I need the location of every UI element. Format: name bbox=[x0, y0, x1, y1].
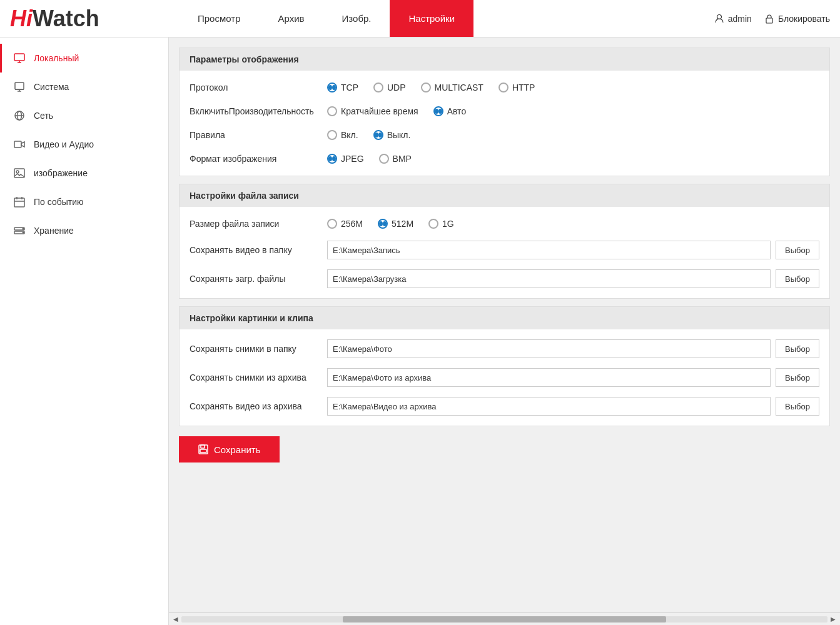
user-button[interactable]: admin bbox=[714, 14, 752, 24]
browse-btn-save-video[interactable]: Выбор bbox=[776, 241, 819, 259]
scroll-track[interactable] bbox=[181, 616, 827, 622]
path-input-save-archive-snapshots[interactable] bbox=[327, 368, 771, 387]
radio-label-http: HTTP bbox=[512, 82, 535, 92]
svg-rect-10 bbox=[14, 141, 21, 148]
controls-file-size: 256M 512M 1G bbox=[327, 219, 819, 229]
sidebar-item-event[interactable]: По событию bbox=[0, 188, 168, 216]
label-save-snapshots: Сохранять снимки в папку bbox=[190, 344, 327, 354]
section-record-body: Размер файла записи 256M 512M bbox=[180, 207, 829, 298]
monitor-icon bbox=[13, 51, 26, 65]
radio-on[interactable]: Вкл. bbox=[327, 130, 358, 140]
input-row-save-archive-video: Выбор bbox=[327, 397, 819, 416]
radio-circle-tcp bbox=[327, 82, 337, 92]
sidebar-item-image[interactable]: изображение bbox=[0, 159, 168, 188]
section-clip-body: Сохранять снимки в папку Выбор Сохранять… bbox=[180, 329, 829, 426]
sidebar-item-storage[interactable]: Хранение bbox=[0, 216, 168, 245]
save-button[interactable]: Сохранить bbox=[179, 436, 280, 462]
radio-label-256m: 256M bbox=[341, 219, 363, 229]
controls-protocol: TCP UDP MULTICAST bbox=[327, 82, 819, 92]
path-input-save-archive-video[interactable] bbox=[327, 397, 771, 416]
sidebar-label-system: Система bbox=[34, 82, 69, 92]
row-performance: ВключитьПроизводительность Кратчайшее вр… bbox=[180, 99, 829, 123]
main-layout: Локальный Система Сеть bbox=[0, 38, 840, 625]
radio-http[interactable]: HTTP bbox=[498, 82, 535, 92]
row-protocol: Протокол TCP UDP bbox=[180, 76, 829, 99]
radio-group-image-format: JPEG BMP bbox=[327, 154, 412, 164]
nav-preview[interactable]: Просмотр bbox=[179, 0, 260, 37]
svg-rect-3 bbox=[15, 82, 24, 89]
nav-settings[interactable]: Настройки bbox=[390, 0, 473, 37]
sidebar-label-image: изображение bbox=[34, 168, 88, 178]
radio-256m[interactable]: 256M bbox=[327, 219, 363, 229]
radio-label-auto: Авто bbox=[447, 106, 467, 116]
path-input-save-video[interactable] bbox=[327, 241, 771, 259]
row-save-dl: Сохранять загр. файлы Выбор bbox=[180, 264, 829, 293]
radio-label-off: Выкл. bbox=[387, 130, 411, 140]
row-rules: Правила Вкл. Выкл. bbox=[180, 123, 829, 147]
lock-icon bbox=[764, 14, 774, 24]
radio-group-rules: Вкл. Выкл. bbox=[327, 130, 410, 140]
sidebar-item-video-audio[interactable]: Видео и Аудио bbox=[0, 130, 168, 159]
row-save-snapshots: Сохранять снимки в папку Выбор bbox=[180, 334, 829, 363]
sidebar-item-network[interactable]: Сеть bbox=[0, 101, 168, 130]
sidebar-item-local[interactable]: Локальный bbox=[0, 44, 168, 72]
input-row-save-snapshots: Выбор bbox=[327, 339, 819, 358]
section-display-header: Параметры отображения bbox=[180, 48, 829, 71]
radio-circle-auto bbox=[433, 106, 443, 116]
browse-btn-save-archive-snapshots[interactable]: Выбор bbox=[776, 368, 819, 387]
sidebar-label-video-audio: Видео и Аудио bbox=[34, 139, 94, 149]
scroll-right-arrow[interactable]: ▶ bbox=[829, 616, 837, 622]
radio-auto[interactable]: Авто bbox=[433, 106, 467, 116]
radio-circle-multicast bbox=[421, 82, 431, 92]
save-button-label: Сохранить bbox=[214, 444, 261, 455]
radio-label-tcp: TCP bbox=[341, 82, 358, 92]
section-record-settings: Настройки файла записи Размер файла запи… bbox=[179, 184, 830, 299]
radio-circle-1g bbox=[428, 219, 438, 229]
radio-off[interactable]: Выкл. bbox=[373, 130, 411, 140]
path-input-save-dl[interactable] bbox=[327, 269, 771, 288]
svg-rect-2 bbox=[14, 54, 24, 61]
input-row-save-dl: Выбор bbox=[327, 269, 819, 288]
radio-circle-off bbox=[373, 130, 383, 140]
radio-shortest[interactable]: Кратчайшее время bbox=[327, 106, 418, 116]
sidebar-label-local: Локальный bbox=[34, 53, 79, 63]
label-image-format: Формат изображения bbox=[190, 154, 327, 164]
radio-1g[interactable]: 1G bbox=[428, 219, 454, 229]
sidebar-item-system[interactable]: Система bbox=[0, 72, 168, 101]
radio-udp[interactable]: UDP bbox=[373, 82, 406, 92]
section-display-body: Протокол TCP UDP bbox=[180, 71, 829, 176]
radio-circle-256m bbox=[327, 219, 337, 229]
browse-btn-save-dl[interactable]: Выбор bbox=[776, 269, 819, 288]
radio-circle-http bbox=[498, 82, 509, 92]
radio-label-udp: UDP bbox=[387, 82, 406, 92]
path-input-save-snapshots[interactable] bbox=[327, 339, 771, 358]
lock-button[interactable]: Блокировать bbox=[764, 14, 830, 24]
radio-circle-jpeg bbox=[327, 154, 337, 164]
picture-icon bbox=[13, 166, 26, 180]
radio-tcp[interactable]: TCP bbox=[327, 82, 358, 92]
system-icon bbox=[13, 80, 26, 94]
sidebar-label-event: По событию bbox=[34, 197, 84, 207]
scroll-thumb[interactable] bbox=[343, 616, 666, 622]
nav-archive[interactable]: Архив bbox=[260, 0, 323, 37]
browse-btn-save-snapshots[interactable]: Выбор bbox=[776, 339, 819, 358]
logo-hi: Hi bbox=[10, 6, 33, 32]
label-save-archive-video: Сохранять видео из архива bbox=[190, 401, 327, 411]
radio-512m[interactable]: 512M bbox=[378, 219, 413, 229]
header-right: admin Блокировать bbox=[714, 14, 830, 24]
label-file-size: Размер файла записи bbox=[190, 219, 327, 229]
label-protocol: Протокол bbox=[190, 82, 327, 92]
radio-multicast[interactable]: MULTICAST bbox=[421, 82, 483, 92]
scroll-left-arrow[interactable]: ◀ bbox=[171, 616, 180, 622]
browse-btn-save-archive-video[interactable]: Выбор bbox=[776, 397, 819, 416]
user-icon bbox=[714, 14, 724, 24]
svg-point-20 bbox=[23, 232, 24, 233]
radio-bmp[interactable]: BMP bbox=[379, 154, 412, 164]
nav-tabs: Просмотр Архив Изобр. Настройки bbox=[179, 0, 714, 37]
input-row-save-video: Выбор bbox=[327, 241, 819, 259]
radio-circle-on bbox=[327, 130, 337, 140]
controls-rules: Вкл. Выкл. bbox=[327, 130, 819, 140]
nav-image[interactable]: Изобр. bbox=[323, 0, 390, 37]
radio-jpeg[interactable]: JPEG bbox=[327, 154, 364, 164]
logo-watch: Watch bbox=[33, 6, 99, 32]
